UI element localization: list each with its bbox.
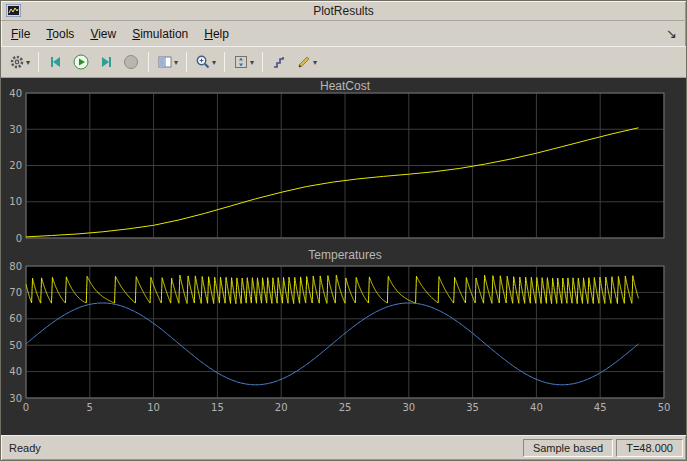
menu-tools[interactable]: Tools [38, 24, 82, 44]
status-text: Ready [9, 442, 41, 454]
title-bar[interactable]: PlotResults [1, 1, 686, 21]
toolbar-separator [262, 52, 263, 72]
menu-help[interactable]: Help [196, 24, 237, 44]
stop-icon [123, 54, 139, 70]
toolbar-separator [148, 52, 149, 72]
run-button[interactable] [69, 50, 93, 74]
dropdown-arrow-icon: ▾ [174, 58, 178, 67]
step-forward-icon [98, 54, 114, 70]
sim-time-indicator: T=48.000 [616, 439, 683, 457]
svg-text:30: 30 [402, 402, 415, 413]
menu-simulation[interactable]: Simulation [124, 24, 196, 44]
settings-button[interactable]: ▾ [6, 50, 33, 74]
dropdown-arrow-icon: ▾ [26, 58, 30, 67]
fit-icon [233, 54, 249, 70]
svg-text:50: 50 [9, 340, 22, 351]
menu-items: FileToolsViewSimulationHelp [3, 24, 237, 44]
plot-title-temperatures: Temperatures [26, 248, 664, 262]
toolbar-separator [186, 52, 187, 72]
svg-text:10: 10 [9, 196, 22, 207]
toolbar: ▾▾▾▾▾ [1, 46, 686, 78]
scope-window: PlotResults FileToolsViewSimulationHelp … [0, 0, 687, 461]
svg-text:35: 35 [466, 402, 479, 413]
svg-text:15: 15 [211, 402, 224, 413]
step-back-icon [48, 54, 64, 70]
dropdown-arrow-icon: ▾ [313, 58, 317, 67]
run-icon [73, 54, 89, 70]
svg-text:20: 20 [9, 160, 22, 171]
toolbar-separator [224, 52, 225, 72]
dock-icon[interactable]: ↘ [666, 26, 677, 41]
fit-to-view-button[interactable]: ▾ [230, 50, 257, 74]
svg-text:50: 50 [658, 402, 671, 413]
svg-text:40: 40 [530, 402, 543, 413]
step-back-button[interactable] [44, 50, 68, 74]
svg-text:25: 25 [339, 402, 352, 413]
sample-mode-indicator: Sample based [523, 439, 613, 457]
dropdown-arrow-icon: ▾ [250, 58, 254, 67]
svg-text:30: 30 [9, 393, 22, 404]
menu-bar: FileToolsViewSimulationHelp ↘ [1, 21, 686, 46]
zoom-button[interactable]: ▾ [192, 50, 219, 74]
gear-icon [9, 54, 25, 70]
svg-text:30: 30 [9, 124, 22, 135]
svg-text:5: 5 [87, 402, 93, 413]
step-forward-button[interactable] [94, 50, 118, 74]
plot-title-heatcost: HeatCost [26, 79, 664, 93]
zoom-icon [195, 54, 211, 70]
stop-button[interactable] [119, 50, 143, 74]
svg-text:0: 0 [23, 402, 29, 413]
signal-stairs-button[interactable] [268, 50, 292, 74]
layout-icon [157, 54, 173, 70]
svg-text:20: 20 [275, 402, 288, 413]
layout-button[interactable]: ▾ [154, 50, 181, 74]
menu-view[interactable]: View [82, 24, 124, 44]
svg-text:10: 10 [147, 402, 160, 413]
menu-file[interactable]: File [3, 24, 38, 44]
measure-icon [296, 54, 312, 70]
svg-text:70: 70 [9, 287, 22, 298]
scope-display[interactable]: 0102030403040506070800510152025303540455… [1, 78, 686, 435]
stairs-icon [272, 54, 288, 70]
svg-text:40: 40 [9, 366, 22, 377]
svg-text:60: 60 [9, 313, 22, 324]
dropdown-arrow-icon: ▾ [212, 58, 216, 67]
svg-text:80: 80 [9, 261, 22, 272]
svg-text:40: 40 [9, 88, 22, 99]
window-title: PlotResults [1, 4, 686, 18]
status-bar: Ready Sample based T=48.000 [1, 435, 686, 460]
measurements-button[interactable]: ▾ [293, 50, 320, 74]
svg-text:45: 45 [594, 402, 607, 413]
svg-text:0: 0 [16, 233, 22, 244]
toolbar-separator [38, 52, 39, 72]
